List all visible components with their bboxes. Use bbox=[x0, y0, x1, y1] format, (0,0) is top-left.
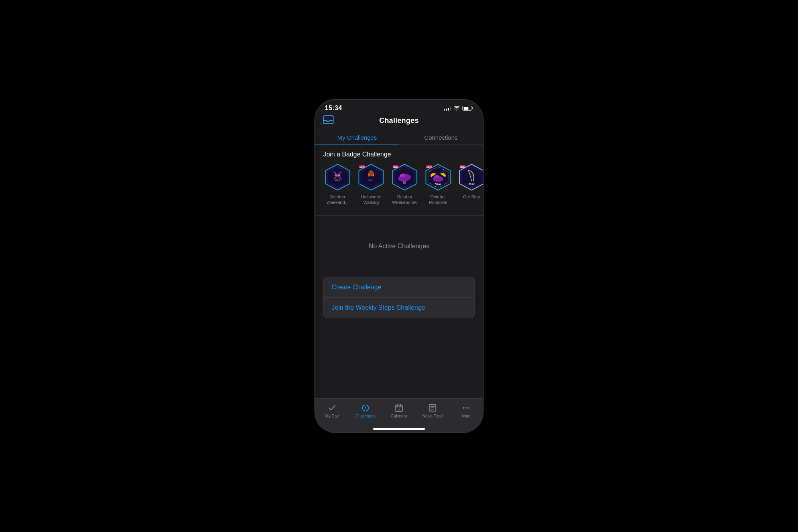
checkmark-icon bbox=[328, 403, 336, 412]
svg-rect-13 bbox=[370, 170, 372, 172]
tabs-container: My Challenges Connections bbox=[315, 129, 483, 144]
bottom-tab-calendar[interactable]: 31 Calendar bbox=[382, 402, 416, 418]
badge-hex-4: 50 mi NEW bbox=[424, 163, 452, 192]
calendar-icon: 31 bbox=[395, 403, 403, 412]
battery-icon bbox=[462, 106, 473, 111]
svg-text:50 mi: 50 mi bbox=[435, 183, 441, 186]
svg-point-50 bbox=[468, 407, 470, 409]
bottom-tab-bar: My Day Challenges 31 bbox=[315, 398, 483, 426]
join-weekly-challenge-button[interactable]: Join the Weekly Steps Challenge bbox=[324, 298, 474, 318]
phone-wrapper: 15:34 bbox=[315, 100, 483, 432]
signal-bar-2 bbox=[446, 109, 447, 111]
svg-text:OCT: OCT bbox=[335, 178, 340, 181]
wifi-icon bbox=[454, 106, 460, 111]
bottom-tab-news-feed-label: News Feed bbox=[423, 414, 443, 418]
svg-text:NEW: NEW bbox=[427, 166, 432, 168]
badge-section-title: Join a Badge Challenge bbox=[315, 144, 483, 163]
svg-point-48 bbox=[463, 407, 464, 409]
home-indicator-wrapper bbox=[315, 426, 483, 432]
badge-item-3[interactable]: 5K NEW October Weekend 5K bbox=[390, 163, 419, 206]
tab-connections[interactable]: Connections bbox=[399, 129, 483, 144]
status-icons bbox=[444, 106, 473, 111]
newspaper-icon bbox=[428, 403, 437, 412]
badge-label-1: October Weekend... bbox=[323, 194, 352, 206]
svg-text:31: 31 bbox=[398, 408, 400, 411]
badge-label-4: October Rundown bbox=[424, 194, 452, 206]
badge-item-4[interactable]: 50 mi NEW October Rundown bbox=[424, 163, 452, 206]
badges-scroll-list[interactable]: 40K OCT October Weekend... bbox=[315, 163, 483, 212]
badge-item-2[interactable]: 3 mi OCT NEW Halloween Walking bbox=[357, 163, 385, 206]
badge-label-2: Halloween Walking bbox=[357, 194, 385, 206]
content-area: Join a Badge Challenge 40K OCT bbox=[315, 144, 483, 398]
signal-bar-1 bbox=[444, 109, 445, 111]
bottom-tab-more-label: More bbox=[462, 414, 471, 418]
bottom-tab-my-day-label: My Day bbox=[325, 414, 339, 418]
home-indicator bbox=[373, 428, 425, 430]
badge-hex-2: 3 mi OCT NEW bbox=[357, 163, 385, 192]
screen: 15:34 bbox=[315, 100, 483, 432]
actions-wrapper: Create Challenge Join the Weekly Steps C… bbox=[315, 277, 483, 318]
badge-label-5: Oct Step bbox=[463, 194, 480, 200]
action-buttons-group: Create Challenge Join the Weekly Steps C… bbox=[323, 277, 475, 318]
svg-point-0 bbox=[456, 110, 457, 111]
svg-text:OCT: OCT bbox=[368, 178, 373, 181]
page-title: Challenges bbox=[379, 117, 419, 125]
bottom-tab-calendar-label: Calendar bbox=[391, 414, 407, 418]
svg-text:NEW: NEW bbox=[393, 166, 398, 168]
ellipsis-icon bbox=[462, 403, 470, 412]
svg-text:300K: 300K bbox=[468, 183, 475, 186]
badge-hex-3: 5K NEW bbox=[390, 163, 419, 192]
badge-label-3: October Weekend 5K bbox=[390, 194, 419, 206]
badge-challenges-section: Join a Badge Challenge 40K OCT bbox=[315, 144, 483, 212]
svg-point-38 bbox=[365, 407, 366, 409]
bottom-tab-challenges-label: Challenges bbox=[356, 414, 375, 418]
badge-item-5[interactable]: 300K NEW Oct Step bbox=[457, 163, 483, 206]
svg-text:5K: 5K bbox=[403, 181, 407, 184]
svg-point-49 bbox=[465, 407, 467, 409]
badge-hex-5: 300K NEW bbox=[457, 163, 483, 192]
tab-my-challenges[interactable]: My Challenges bbox=[315, 129, 399, 144]
signal-bar-3 bbox=[448, 108, 449, 111]
svg-text:NEW: NEW bbox=[460, 166, 465, 168]
status-time: 15:34 bbox=[325, 105, 342, 112]
status-bar: 15:34 bbox=[315, 100, 483, 113]
svg-text:NEW: NEW bbox=[359, 166, 365, 168]
bottom-tab-news-feed[interactable]: News Feed bbox=[416, 402, 449, 418]
laurel-icon bbox=[361, 403, 370, 412]
bottom-tab-challenges[interactable]: Challenges bbox=[349, 402, 382, 418]
bottom-tab-my-day[interactable]: My Day bbox=[315, 402, 349, 418]
header: Challenges bbox=[315, 113, 483, 125]
badge-hex-1: 40K OCT bbox=[323, 163, 352, 192]
section-separator bbox=[315, 215, 483, 216]
inbox-icon bbox=[323, 115, 334, 127]
svg-point-29 bbox=[434, 175, 439, 178]
bottom-tab-more[interactable]: More bbox=[449, 402, 483, 418]
svg-point-12 bbox=[368, 171, 374, 176]
signal-bars-icon bbox=[444, 106, 451, 111]
badge-item-1[interactable]: 40K OCT October Weekend... bbox=[323, 163, 352, 206]
create-challenge-button[interactable]: Create Challenge bbox=[324, 277, 474, 298]
signal-bar-4 bbox=[450, 107, 451, 111]
svg-rect-1 bbox=[324, 116, 333, 124]
no-active-challenges: No Active Challenges bbox=[315, 219, 483, 274]
